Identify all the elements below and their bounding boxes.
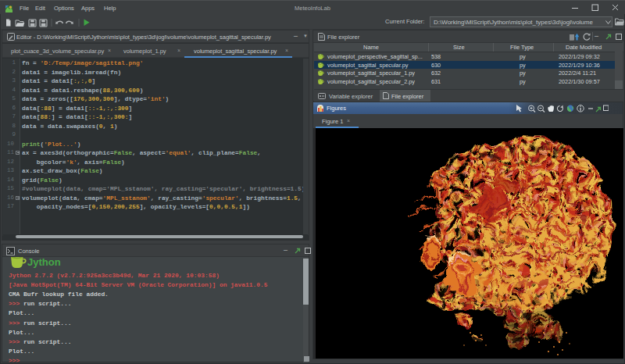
svg-text:Jython: Jython [27,256,61,268]
